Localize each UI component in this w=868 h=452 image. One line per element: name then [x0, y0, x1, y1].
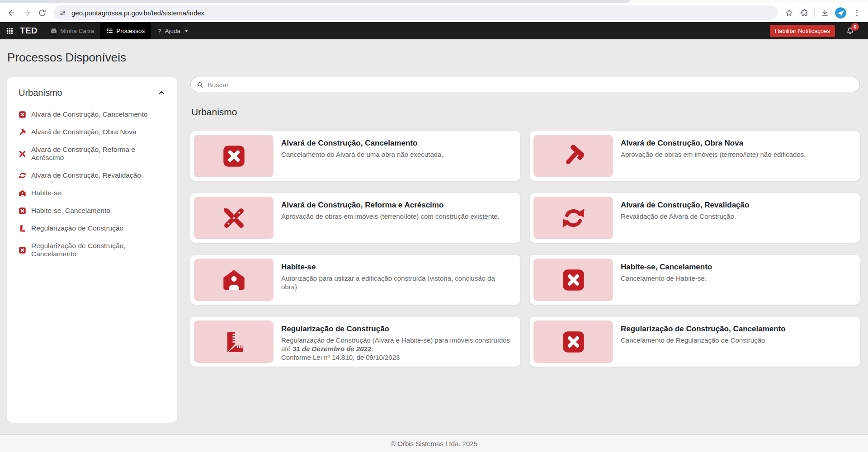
card-description: Cancelamento de Habite-se.	[621, 274, 712, 282]
card-thumbnail	[533, 320, 613, 363]
page-title: Processos Disponíveis	[7, 51, 868, 65]
extensions-button[interactable]	[797, 5, 812, 20]
sidebar-process-list: Alvará de Construção, Cancelamento Alvar…	[16, 110, 168, 258]
chevron-up-icon[interactable]	[158, 89, 165, 97]
kebab-menu-icon	[853, 9, 861, 17]
reload-icon	[38, 9, 47, 17]
nav-item-label: Processos	[116, 28, 145, 34]
hammer-icon	[19, 128, 26, 136]
process-card-grid: Alvará de Construção, Cancelamento Cance…	[190, 131, 860, 367]
arrows-rotate-icon	[561, 206, 586, 231]
navbar-right: Habilitar Notificações 0	[770, 22, 868, 39]
back-icon	[7, 9, 16, 17]
card-alvara-obra-nova[interactable]: Alvará de Construção, Obra Nova Aprovaçã…	[530, 131, 860, 181]
sidebar-item-label: Regularização de Construção, Cancelament…	[31, 242, 165, 258]
search-input[interactable]	[208, 81, 854, 89]
brand-logo[interactable]: TED	[19, 22, 44, 39]
notifications-bell-button[interactable]: 0	[846, 27, 854, 35]
card-thumbnail	[533, 259, 613, 301]
card-alvara-revalidacao[interactable]: Alvará de Construção, Revalidação Revali…	[530, 193, 860, 243]
app-grid-button[interactable]	[0, 22, 19, 39]
card-description: Autorização para utilizar a edificação c…	[281, 274, 511, 291]
nav-item-label: Minha Caixa	[60, 28, 94, 34]
card-thumbnail	[194, 259, 274, 301]
app-navbar: TED Minha Caixa Processos ? Ajuda Habili…	[0, 22, 868, 39]
sidebar-item-label: Habite-se, Cancelamento	[31, 207, 110, 215]
card-title: Alvará de Construção, Revalidação	[621, 201, 749, 210]
sidebar-item-label: Alvará de Construção, Cancelamento	[31, 110, 148, 118]
card-description: Revalidação de Alvará de Construção.	[621, 212, 749, 221]
square-xmark-icon	[19, 246, 26, 254]
profile-avatar[interactable]	[835, 7, 847, 19]
enable-notifications-button[interactable]: Habilitar Notificações	[770, 25, 835, 37]
arrows-rotate-icon	[19, 172, 26, 179]
star-icon	[785, 9, 793, 17]
nav-item-processos[interactable]: Processos	[100, 22, 151, 39]
sidebar-item-label: Alvará de Construção, Obra Nova	[31, 128, 137, 136]
page-footer: © Orbis Sistemas Ltda. 2025	[0, 434, 868, 452]
browser-chrome: geo.pontagrossa.pr.gov.br/ted/sistema/in…	[0, 0, 868, 22]
card-habite-se[interactable]: Habite-se Autorização para utilizar a ed…	[190, 255, 520, 305]
sidebar-item-habite-se-cancelamento[interactable]: Habite-se, Cancelamento	[16, 207, 168, 215]
card-alvara-reforma[interactable]: Alvará de Construção, Reforma e Acréscim…	[190, 193, 520, 243]
card-habite-se-cancelamento[interactable]: Habite-se, Cancelamento Cancelamento de …	[530, 255, 860, 305]
square-xmark-icon	[19, 111, 26, 118]
card-title: Alvará de Construção, Cancelamento	[281, 139, 443, 148]
card-regularizacao[interactable]: Regularização de Construção Regularizaçã…	[190, 317, 520, 367]
sidebar-item-regularizacao-cancelamento[interactable]: Regularização de Construção, Cancelament…	[16, 242, 168, 258]
sidebar-item-alvara-obra-nova[interactable]: Alvará de Construção, Obra Nova	[16, 128, 168, 136]
browser-menu-button[interactable]	[849, 5, 864, 20]
card-title: Habite-se	[281, 263, 511, 272]
card-description: Cancelamento do Alvará de uma obra não e…	[281, 150, 443, 159]
notification-badge: 0	[851, 23, 859, 31]
house-user-icon	[222, 268, 246, 292]
card-title: Alvará de Construção, Obra Nova	[621, 139, 806, 148]
sidebar-group-title: Urbanismo	[19, 88, 62, 98]
question-icon: ?	[157, 27, 161, 35]
address-bar[interactable]: geo.pontagrossa.pr.gov.br/ted/sistema/in…	[53, 5, 778, 20]
sidebar-item-alvara-cancelamento[interactable]: Alvará de Construção, Cancelamento	[16, 110, 168, 118]
content: Urbanismo Alvará de Construção, Cancelam…	[0, 77, 868, 423]
square-xmark-icon	[561, 330, 586, 354]
sidebar-panel: Urbanismo Alvará de Construção, Cancelam…	[7, 77, 177, 423]
sidebar-item-alvara-revalidacao[interactable]: Alvará de Construção, Revalidação	[16, 171, 168, 179]
card-thumbnail	[194, 197, 274, 239]
card-description: Cancelamento de Regularização de Constru…	[621, 336, 786, 344]
nav-item-label: Ajuda	[165, 28, 180, 34]
url-text: geo.pontagrossa.pr.gov.br/ted/sistema/in…	[71, 9, 204, 17]
inbox-icon	[51, 28, 57, 34]
square-xmark-icon	[561, 268, 586, 292]
sidebar-item-habite-se[interactable]: Habite-se	[16, 189, 168, 197]
card-description: Aprovação de obras em imóveis (terreno/l…	[621, 150, 806, 159]
back-button[interactable]	[4, 5, 19, 20]
nav-item-ajuda[interactable]: ? Ajuda	[151, 22, 194, 39]
square-xmark-icon	[222, 144, 246, 169]
forward-icon	[23, 9, 31, 17]
sidebar-item-regularizacao[interactable]: Regularização de Construção	[16, 224, 168, 232]
puzzle-icon	[800, 9, 809, 17]
card-title: Habite-se, Cancelamento	[621, 263, 712, 272]
card-title: Regularização de Construção	[281, 325, 511, 334]
forward-button[interactable]	[19, 5, 34, 20]
site-info-icon[interactable]	[56, 6, 69, 19]
hammer-icon	[561, 144, 586, 169]
card-regularizacao-cancelamento[interactable]: Regularização de Construção, Cancelament…	[530, 317, 860, 367]
search-bar[interactable]	[190, 77, 860, 92]
footer-copyright: © Orbis Sistemas Ltda. 2025	[391, 440, 477, 447]
download-icon	[821, 9, 829, 17]
nav-item-minha-caixa[interactable]: Minha Caixa	[44, 22, 100, 39]
pencil-ruler-icon	[19, 150, 26, 158]
active-tab-edge	[628, 0, 868, 3]
sidebar-item-alvara-reforma[interactable]: Alvará de Construção, Reforma e Acréscim…	[16, 146, 168, 162]
grid-icon	[6, 28, 13, 34]
house-user-icon	[19, 189, 26, 197]
downloads-button[interactable]	[817, 5, 832, 20]
card-alvara-cancelamento[interactable]: Alvará de Construção, Cancelamento Cance…	[190, 131, 520, 181]
caret-down-icon	[184, 30, 188, 32]
section-title: Urbanismo	[191, 107, 860, 118]
toolbar-divider	[814, 8, 815, 17]
reload-button[interactable]	[34, 5, 50, 20]
sidebar-group-header[interactable]: Urbanismo	[16, 88, 168, 98]
list-icon	[107, 28, 113, 34]
bookmark-star-button[interactable]	[781, 5, 797, 20]
